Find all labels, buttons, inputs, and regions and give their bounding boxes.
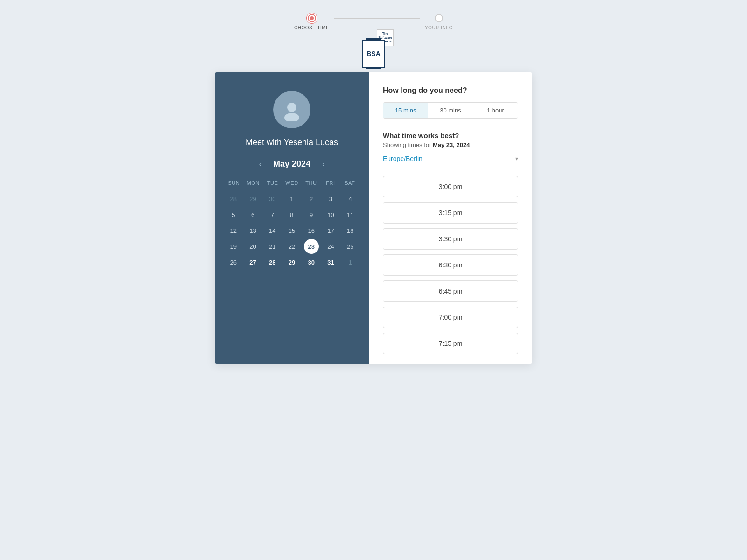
day-cell[interactable]: 21 [265, 239, 280, 254]
time-slot[interactable]: 6:30 pm [383, 254, 518, 276]
duration-buttons: 15 mins 30 mins 1 hour [383, 102, 518, 119]
duration-title: How long do you need? [383, 86, 518, 95]
day-cell[interactable]: 29 [284, 255, 299, 270]
day-cell[interactable]: 31 [323, 255, 338, 270]
step-2: YOUR INFO [425, 14, 453, 30]
svg-point-0 [287, 103, 296, 112]
time-slot[interactable]: 3:30 pm [383, 228, 518, 250]
logo-main: BSA [362, 40, 385, 68]
step-1-label: CHOOSE TIME [294, 25, 329, 30]
time-slot[interactable]: 7:00 pm [383, 307, 518, 328]
day-cell[interactable]: 25 [343, 239, 358, 254]
step-2-label: YOUR INFO [425, 25, 453, 30]
day-cell[interactable]: 29 [246, 191, 261, 206]
logo-area: The Software Alliance BSA [362, 40, 385, 68]
progress-line [334, 18, 420, 19]
day-header-mon: MON [243, 178, 262, 188]
showing-date: May 23, 2024 [433, 141, 470, 148]
day-cell[interactable]: 2 [304, 191, 319, 206]
duration-15-mins[interactable]: 15 mins [383, 103, 428, 118]
step-1: CHOOSE TIME [294, 14, 329, 30]
logo-top-bar [366, 38, 381, 40]
svg-point-1 [284, 113, 299, 121]
time-slot[interactable]: 3:00 pm [383, 176, 518, 197]
day-header-fri: FRI [321, 178, 340, 188]
day-header-tue: TUE [263, 178, 282, 188]
day-cell[interactable]: 16 [304, 223, 319, 238]
time-slots: 3:00 pm3:15 pm3:30 pm6:30 pm6:45 pm7:00 … [383, 176, 518, 354]
day-cell[interactable]: 23 [304, 239, 319, 254]
day-cell[interactable]: 20 [246, 239, 261, 254]
duration-1-hour[interactable]: 1 hour [473, 103, 518, 118]
timezone-label: Europe/Berlin [383, 155, 423, 162]
day-cell[interactable]: 1 [343, 255, 358, 270]
day-cell[interactable]: 8 [284, 207, 299, 222]
month-label: May 2024 [273, 159, 310, 169]
day-cell[interactable]: 4 [343, 191, 358, 206]
day-cell[interactable]: 22 [284, 239, 299, 254]
day-header-sat: SAT [340, 178, 359, 188]
day-cell[interactable]: 26 [226, 255, 241, 270]
day-cell[interactable]: 15 [284, 223, 299, 238]
month-nav: ‹ May 2024 › [224, 159, 359, 169]
main-container: Meet with Yesenia Lucas ‹ May 2024 › SUN… [215, 72, 532, 364]
day-cell[interactable]: 18 [343, 223, 358, 238]
day-cell[interactable]: 9 [304, 207, 319, 222]
day-cell[interactable]: 30 [304, 255, 319, 270]
day-cell[interactable]: 30 [265, 191, 280, 206]
right-panel: How long do you need? 15 mins 30 mins 1 … [369, 72, 532, 364]
day-cell[interactable]: 12 [226, 223, 241, 238]
day-cell[interactable]: 27 [246, 255, 261, 270]
day-headers: SUN MON TUE WED THU FRI SAT [224, 178, 359, 188]
day-cell[interactable]: 24 [323, 239, 338, 254]
progress-bar: CHOOSE TIME YOUR INFO [294, 14, 453, 30]
showing-times: Showing times for May 23, 2024 [383, 141, 518, 148]
time-slot[interactable]: 3:15 pm [383, 202, 518, 224]
day-cell[interactable]: 14 [265, 223, 280, 238]
day-cell[interactable]: 6 [246, 207, 261, 222]
step-1-circle [308, 14, 316, 22]
calendar-grid: SUN MON TUE WED THU FRI SAT 282930123456… [224, 178, 359, 270]
time-slot[interactable]: 7:15 pm [383, 333, 518, 354]
prev-month-button[interactable]: ‹ [257, 160, 264, 168]
avatar [273, 91, 310, 128]
day-cell[interactable]: 1 [284, 191, 299, 206]
next-month-button[interactable]: › [320, 160, 327, 168]
duration-30-mins[interactable]: 30 mins [428, 103, 473, 118]
timezone-selector[interactable]: Europe/Berlin ▾ [383, 155, 518, 168]
day-header-wed: WED [282, 178, 301, 188]
day-cell[interactable]: 3 [323, 191, 338, 206]
day-header-thu: THU [302, 178, 321, 188]
time-section-title: What time works best? [383, 132, 518, 140]
days-grid: 2829301234567891011121314151617181920212… [224, 191, 359, 270]
day-cell[interactable]: 11 [343, 207, 358, 222]
day-cell[interactable]: 7 [265, 207, 280, 222]
time-slot[interactable]: 6:45 pm [383, 280, 518, 302]
logo-bottom-line [366, 68, 381, 69]
chevron-down-icon: ▾ [515, 155, 518, 162]
day-cell[interactable]: 10 [323, 207, 338, 222]
step-2-circle [435, 14, 443, 22]
day-cell[interactable]: 28 [226, 191, 241, 206]
day-cell[interactable]: 19 [226, 239, 241, 254]
day-cell[interactable]: 17 [323, 223, 338, 238]
day-cell[interactable]: 5 [226, 207, 241, 222]
day-cell[interactable]: 13 [246, 223, 261, 238]
meet-title: Meet with Yesenia Lucas [246, 138, 338, 147]
day-header-sun: SUN [224, 178, 243, 188]
left-panel: Meet with Yesenia Lucas ‹ May 2024 › SUN… [215, 72, 369, 364]
day-cell[interactable]: 28 [265, 255, 280, 270]
